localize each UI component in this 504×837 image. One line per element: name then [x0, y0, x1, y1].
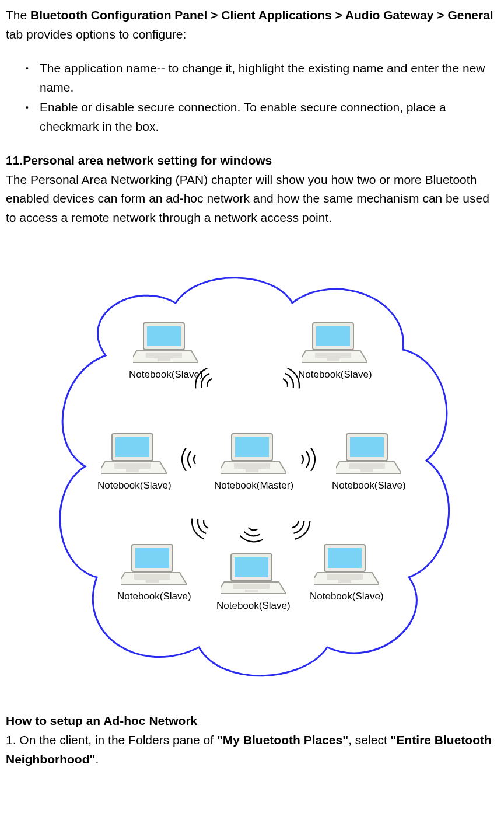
node-label: Notebook(Slave) [117, 589, 191, 604]
laptop-node-top-left: Notebook(Slave) [129, 320, 203, 382]
signal-icon [298, 448, 321, 471]
laptop-icon [314, 542, 379, 588]
pan-diagram-wrap: Notebook(Slave) Notebook(Slave) Notebook… [6, 239, 497, 694]
section-11-heading: 11.Personal area network setting for win… [6, 154, 272, 167]
intro-prefix: The [6, 8, 30, 22]
howto-step1-b: "My Bluetooth Places" [217, 733, 348, 747]
node-label: Notebook(Slave) [298, 367, 372, 382]
pan-diagram: Notebook(Slave) Notebook(Slave) Notebook… [41, 239, 461, 694]
section-11-block: 11.Personal area network setting for win… [6, 151, 497, 227]
node-label: Notebook(Slave) [129, 367, 203, 382]
howto-block: How to setup an Ad-hoc Network 1. On the… [6, 712, 497, 769]
laptop-icon [336, 431, 401, 477]
signal-icon [290, 518, 313, 541]
intro-suffix: tab provides options to configure: [6, 27, 186, 41]
list-item: The application name-- to change it, hig… [40, 59, 497, 97]
laptop-node-bot-center: Notebook(Slave) [216, 552, 290, 613]
howto-step1-a: 1. On the client, in the Folders pane of [6, 733, 217, 747]
laptop-node-top-right: Notebook(Slave) [298, 320, 372, 382]
document-page: The Bluetooth Configuration Panel > Clie… [0, 0, 504, 775]
intro-paragraph: The Bluetooth Configuration Panel > Clie… [6, 6, 497, 44]
config-options-list: The application name-- to change it, hig… [6, 59, 497, 136]
laptop-node-bot-right: Notebook(Slave) [310, 542, 384, 604]
node-label: Notebook(Slave) [310, 589, 384, 604]
howto-step1-c: , select [348, 733, 390, 747]
laptop-node-mid-left: Notebook(Slave) [97, 431, 172, 493]
list-item-text: Enable or disable secure connection. To … [40, 100, 446, 133]
laptop-node-mid-right: Notebook(Slave) [332, 431, 406, 493]
signal-icon [187, 517, 211, 540]
laptop-icon [133, 320, 198, 366]
list-item: Enable or disable secure connection. To … [40, 98, 497, 136]
node-label: Notebook(Slave) [216, 598, 290, 613]
section-11-body: The Personal Area Networking (PAN) chapt… [6, 173, 489, 224]
howto-heading: How to setup an Ad-hoc Network [6, 714, 197, 727]
laptop-node-center: Notebook(Master) [214, 431, 293, 493]
howto-step1-e: . [95, 752, 99, 766]
list-item-text: The application name-- to change it, hig… [40, 61, 485, 94]
signal-icon [176, 448, 199, 471]
intro-bold-path: Bluetooth Configuration Panel > Client A… [30, 8, 494, 22]
signal-icon [240, 525, 263, 548]
laptop-icon [220, 552, 286, 597]
laptop-icon [302, 320, 368, 366]
laptop-icon [102, 431, 167, 477]
node-label: Notebook(Slave) [97, 478, 172, 493]
laptop-icon [121, 542, 187, 588]
laptop-node-bot-left: Notebook(Slave) [117, 542, 191, 604]
node-label: Notebook(Master) [214, 478, 293, 493]
node-label: Notebook(Slave) [332, 478, 406, 493]
laptop-icon [221, 431, 286, 477]
